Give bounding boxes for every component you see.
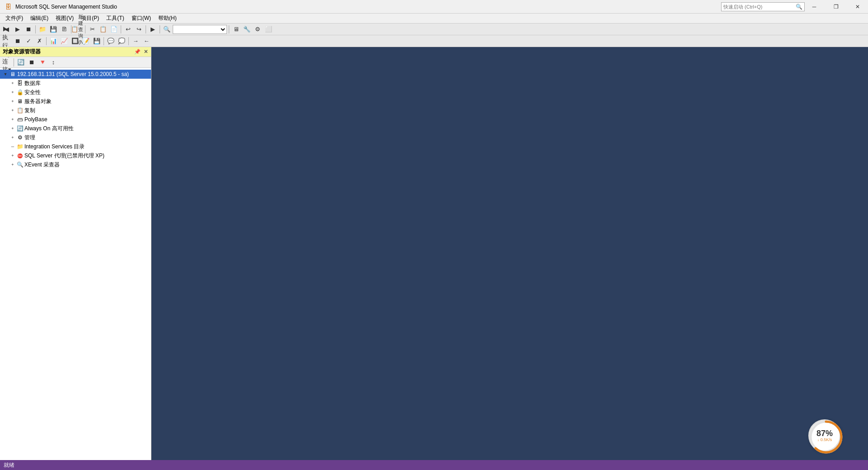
alwayson-icon: 🔄 [16, 125, 24, 132]
status-bar: 就绪 [0, 460, 868, 470]
tree-item-server-objects[interactable]: + 🖥 服务器对象 [0, 97, 151, 106]
tree-item-integration-services[interactable]: ─ 📁 Integration Services 目录 [0, 142, 151, 151]
polybase-label: PolyBase [24, 116, 47, 123]
tree-item-xevent[interactable]: + 🔍 XEvent 采查器 [0, 160, 151, 169]
management-expand-icon[interactable]: + [9, 134, 16, 141]
quick-launch-input[interactable] [723, 4, 796, 9]
menu-window[interactable]: 窗口(W) [128, 14, 155, 23]
oe-stop-button[interactable]: ⏹ [27, 57, 37, 67]
indent-button[interactable]: → [131, 36, 141, 46]
root-server-icon: 🖥 [9, 71, 16, 78]
databases-label: 数据库 [24, 80, 41, 87]
tree-item-databases[interactable]: + 🗄 数据库 [0, 79, 151, 88]
uncomment-button[interactable]: 💭 [117, 36, 127, 46]
quick-launch-bar[interactable]: 🔍 [721, 2, 805, 11]
main-content-area [151, 47, 868, 460]
app-icon: 🗄 [4, 2, 13, 11]
alwayson-expand-icon[interactable]: + [9, 125, 16, 132]
copy-button[interactable]: 📋 [98, 24, 108, 34]
menu-bar: 文件(F) 编辑(E) 视图(V) 项目(P) 工具(T) 窗口(W) 帮助(H… [0, 14, 868, 24]
minimize-button[interactable]: ─ [804, 0, 825, 14]
perf-arc-svg [808, 419, 844, 455]
include-client-stats[interactable]: 📈 [59, 36, 69, 46]
query-toolbar: ▶ 执行(X) ⏹ ✓ ✗ 📊 📈 🔲 📝 💾 💬 💭 → ← [0, 35, 868, 47]
perf-circle: 87% ↓ 0.5K/s [808, 419, 841, 452]
debug-button[interactable]: ▶ [148, 24, 158, 34]
results-to-grid[interactable]: 🔲 [70, 36, 80, 46]
restore-button[interactable]: ❐ [826, 0, 846, 14]
redo-button[interactable]: ↪ [134, 24, 144, 34]
security-expand-icon[interactable]: + [9, 89, 16, 96]
menu-help[interactable]: 帮助(H) [155, 14, 180, 23]
root-expand-icon[interactable]: ▼ [2, 71, 9, 78]
performance-widget: 87% ↓ 0.5K/s [808, 419, 841, 452]
polybase-expand-icon[interactable]: + [9, 116, 16, 123]
cut-button[interactable]: ✂ [87, 24, 97, 34]
tree-root-server[interactable]: ▼ 🖥 192.168.31.131 (SQL Server 15.0.2000… [0, 70, 151, 79]
tree-item-management[interactable]: + ⚙ 管理 [0, 133, 151, 142]
results-to-text[interactable]: 📝 [81, 36, 91, 46]
databases-expand-icon[interactable]: + [9, 80, 16, 87]
replication-icon: 📋 [16, 107, 24, 114]
include-actual-plan[interactable]: 📊 [48, 36, 58, 46]
oe-tree: ▼ 🖥 192.168.31.131 (SQL Server 15.0.2000… [0, 68, 151, 460]
undo-button[interactable]: ↩ [123, 24, 133, 34]
view-button[interactable]: 🖥 [231, 24, 241, 34]
new-query-button[interactable]: 📋 新建查询(N) [73, 24, 83, 34]
sep5 [146, 25, 146, 33]
oe-sync-button[interactable]: ↕ [48, 57, 58, 67]
parse-button[interactable]: ✓ [24, 36, 33, 46]
oe-title-text: 对象资源管理器 [3, 48, 41, 56]
save-all-button[interactable]: 🖹 [59, 24, 69, 34]
tree-item-polybase[interactable]: + 🗃 PolyBase [0, 115, 151, 124]
more-button[interactable]: ⬜ [264, 24, 274, 34]
sql-agent-expand-icon[interactable]: + [9, 152, 16, 159]
exec-button[interactable]: ▶ 执行(X) [2, 36, 12, 46]
sep6 [160, 25, 160, 33]
tree-item-sql-agent[interactable]: + ⛔ SQL Server 代理(已禁用代理 XP) [0, 151, 151, 160]
sep9 [104, 37, 104, 45]
properties-button[interactable]: 🔧 [242, 24, 252, 34]
outdent-button[interactable]: ← [142, 36, 151, 46]
close-button[interactable]: ✕ [847, 0, 868, 14]
oe-connect-button[interactable]: 🔌 连接▾ [2, 57, 12, 67]
open-file-button[interactable]: 📁 [38, 24, 47, 34]
security-label: 安全性 [24, 89, 41, 96]
replication-expand-icon[interactable]: + [9, 107, 16, 114]
oe-pin-button[interactable]: 📌 [134, 48, 141, 56]
oe-close-button[interactable]: ✕ [142, 48, 149, 56]
menu-tools[interactable]: 工具(T) [103, 14, 127, 23]
databases-icon: 🗄 [16, 80, 24, 87]
options-button[interactable]: ⚙ [253, 24, 263, 34]
quick-launch-search-icon[interactable]: 🔍 [796, 4, 802, 10]
server-objects-expand-icon[interactable]: + [9, 98, 16, 105]
xevent-expand-icon[interactable]: + [9, 161, 16, 168]
save-button[interactable]: 💾 [48, 24, 58, 34]
xevent-icon: 🔍 [16, 161, 24, 168]
tree-item-alwayson[interactable]: + 🔄 Always On 高可用性 [0, 124, 151, 133]
tree-item-security[interactable]: + 🔒 安全性 [0, 88, 151, 97]
database-dropdown[interactable] [173, 25, 227, 34]
menu-file[interactable]: 文件(F) [2, 14, 27, 23]
paste-button[interactable]: 📄 [109, 24, 119, 34]
oe-filter-button[interactable]: 🔻 [38, 57, 47, 67]
comment-button[interactable]: 💬 [106, 36, 116, 46]
object-explorer-panel: 对象资源管理器 📌 ✕ 🔌 连接▾ 🔄 ⏹ 🔻 ↕ ▼ 🖥 192.168.31… [0, 47, 151, 460]
sep7 [229, 25, 229, 33]
server-objects-icon: 🖥 [16, 98, 24, 105]
security-icon: 🔒 [16, 89, 24, 96]
menu-edit[interactable]: 编辑(E) [27, 14, 52, 23]
search-button[interactable]: 🔍 [162, 24, 172, 34]
stop-exec-button[interactable]: ⏹ [13, 36, 23, 46]
tree-item-replication[interactable]: + 📋 复制 [0, 106, 151, 115]
forward-button[interactable]: ▶ [13, 24, 23, 34]
stop-button[interactable]: ⏹ [24, 24, 33, 34]
menu-view[interactable]: 视图(V) [52, 14, 77, 23]
results-to-file[interactable]: 💾 [92, 36, 102, 46]
cancel-query-button[interactable]: ✗ [34, 36, 44, 46]
oe-refresh-button[interactable]: 🔄 [16, 57, 26, 67]
integration-services-label: Integration Services 目录 [24, 143, 85, 151]
integration-services-expand-icon[interactable]: ─ [9, 143, 16, 150]
sql-agent-icon: ⛔ [16, 152, 24, 159]
main-area: 对象资源管理器 📌 ✕ 🔌 连接▾ 🔄 ⏹ 🔻 ↕ ▼ 🖥 192.168.31… [0, 47, 868, 460]
